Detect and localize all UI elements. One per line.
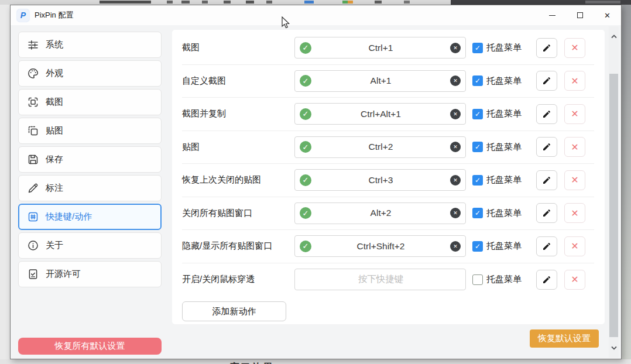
clear-hotkey-icon[interactable]: ✕ <box>450 208 461 218</box>
hotkey-input[interactable]: ✓ Ctrl+1 ✕ <box>294 37 466 59</box>
hotkey-row: 截图并复制 ✓ Ctrl+Alt+1 ✕ ✓ 托盘菜单 ✕ <box>182 98 594 131</box>
sidebar-item-hotkeys[interactable]: 快捷键/动作 <box>18 204 162 230</box>
background-app-right-strip <box>622 5 631 359</box>
tray-menu-option: ✓ 托盘菜单 <box>472 75 523 87</box>
clear-hotkey-icon[interactable]: ✕ <box>450 109 461 119</box>
tray-menu-option: ✓ 托盘菜单 <box>472 208 523 219</box>
tray-menu-checkbox[interactable]: ✓ <box>472 75 483 86</box>
edit-action-button[interactable] <box>536 137 557 157</box>
restore-all-defaults-button[interactable]: 恢复所有默认设置 <box>18 338 162 355</box>
delete-action-button[interactable]: ✕ <box>564 236 585 256</box>
hotkey-value: Ctrl+2 <box>311 142 450 152</box>
maximize-button[interactable] <box>566 5 594 25</box>
pencil-icon <box>542 109 551 119</box>
sidebar-item-license[interactable]: 开源许可 <box>18 261 162 287</box>
tray-menu-option: ✓ 托盘菜单 <box>472 42 523 53</box>
hotkey-input[interactable]: ✓ Alt+2 ✕ <box>294 202 466 224</box>
tray-menu-label: 托盘菜单 <box>486 108 523 119</box>
scroll-up-button[interactable] <box>610 33 618 39</box>
sidebar: 系统 外观 截图 贴图 保存 标注 快捷键/动作 关于 开源许可 <box>18 32 162 290</box>
pencil-icon <box>542 176 551 185</box>
hotkey-valid-icon: ✓ <box>300 241 311 252</box>
edit-action-button[interactable] <box>536 38 557 58</box>
window-title: PixPin 配置 <box>35 10 73 20</box>
add-action-button[interactable]: 添加新动作 <box>182 301 286 321</box>
hotkey-input[interactable]: ✓ Alt+1 ✕ <box>294 70 466 92</box>
tray-menu-option: ✓ 托盘菜单 <box>472 241 523 252</box>
delete-action-button[interactable]: ✕ <box>564 71 585 91</box>
hotkey-row: 恢复上次关闭的贴图 ✓ Ctrl+3 ✕ ✓ 托盘菜单 ✕ <box>182 164 594 197</box>
clear-hotkey-icon[interactable]: ✕ <box>450 43 461 53</box>
close-button[interactable]: ✕ <box>594 5 621 25</box>
scroll-down-button[interactable] <box>610 345 618 351</box>
minimize-icon <box>549 15 555 16</box>
edit-action-button[interactable] <box>536 104 557 124</box>
sliders-icon <box>26 39 39 51</box>
tray-menu-checkbox[interactable]: ✓ <box>472 208 483 218</box>
hotkey-rows: 截图 ✓ Ctrl+1 ✕ ✓ 托盘菜单 ✕ 自定义截图 ✓ Alt+1 ✕ ✓… <box>182 32 594 296</box>
sidebar-item-appearance[interactable]: 外观 <box>18 60 162 87</box>
minimize-button[interactable] <box>539 5 566 25</box>
action-label: 恢复上次关闭的贴图 <box>182 174 294 186</box>
edit-action-button[interactable] <box>536 270 557 290</box>
tray-menu-checkbox[interactable] <box>472 274 483 285</box>
clear-hotkey-icon[interactable]: ✕ <box>450 75 461 86</box>
hotkey-row: 贴图 ✓ Ctrl+2 ✕ ✓ 托盘菜单 ✕ <box>182 131 594 164</box>
tray-menu-label: 托盘菜单 <box>486 208 523 219</box>
edit-action-button[interactable] <box>536 170 557 190</box>
delete-action-button[interactable]: ✕ <box>564 104 585 124</box>
tray-menu-checkbox[interactable]: ✓ <box>472 109 483 119</box>
delete-action-button[interactable]: ✕ <box>564 203 585 223</box>
restore-defaults-button[interactable]: 恢复默认设置 <box>530 329 599 348</box>
info-icon <box>26 239 39 252</box>
edit-action-button[interactable] <box>536 203 557 223</box>
edit-action-button[interactable] <box>536 71 557 91</box>
hotkey-input[interactable]: ✓ Ctrl+Shift+2 ✕ <box>294 235 466 257</box>
scrollbar-thumb[interactable] <box>609 74 618 337</box>
hotkey-valid-icon: ✓ <box>300 108 311 120</box>
sidebar-item-screenshot[interactable]: 截图 <box>18 89 162 115</box>
vertical-scrollbar[interactable] <box>609 26 619 358</box>
hotkey-input[interactable]: ✓ Ctrl+3 ✕ <box>294 169 466 191</box>
tray-menu-label: 托盘菜单 <box>486 274 523 285</box>
action-label: 截图 <box>182 42 294 53</box>
palette-icon <box>26 67 39 80</box>
delete-action-button[interactable]: ✕ <box>564 170 585 190</box>
sidebar-item-about[interactable]: 关于 <box>18 232 162 259</box>
tray-menu-checkbox[interactable]: ✓ <box>472 175 483 186</box>
delete-action-button[interactable]: ✕ <box>564 270 585 290</box>
hotkey-value: 按下快捷键 <box>311 273 450 286</box>
tray-menu-checkbox[interactable]: ✓ <box>472 43 483 53</box>
hotkey-input[interactable]: ✓ Ctrl+Alt+1 ✕ <box>294 103 466 125</box>
chevron-up-icon <box>611 35 617 39</box>
delete-x-icon: ✕ <box>571 174 578 186</box>
hotkey-input[interactable]: ✓ 按下快捷键 ✕ <box>294 269 466 290</box>
tray-menu-option: ✓ 托盘菜单 <box>472 108 523 119</box>
action-label: 贴图 <box>182 142 294 153</box>
pencil-icon <box>542 208 551 218</box>
tray-menu-checkbox[interactable]: ✓ <box>472 241 483 252</box>
hotkey-input[interactable]: ✓ Ctrl+2 ✕ <box>294 136 466 158</box>
clear-hotkey-icon[interactable]: ✕ <box>450 175 461 186</box>
delete-action-button[interactable]: ✕ <box>564 38 585 58</box>
hotkey-value: Alt+2 <box>311 208 450 218</box>
sidebar-item-annotate[interactable]: 标注 <box>18 175 162 201</box>
hotkey-value: Ctrl+Alt+1 <box>311 109 450 119</box>
edit-action-button[interactable] <box>536 236 557 256</box>
clear-hotkey-icon[interactable]: ✕ <box>450 241 461 252</box>
hotkey-valid-icon: ✓ <box>300 207 311 219</box>
titlebar: P PixPin 配置 ✕ <box>11 5 621 25</box>
sidebar-item-save[interactable]: 保存 <box>18 146 162 173</box>
delete-action-button[interactable]: ✕ <box>564 137 585 157</box>
hotkey-row: 截图 ✓ Ctrl+1 ✕ ✓ 托盘菜单 ✕ <box>182 32 594 65</box>
save-icon <box>26 153 39 166</box>
delete-x-icon: ✕ <box>571 274 578 285</box>
sidebar-item-pin-image[interactable]: 贴图 <box>18 118 162 144</box>
tray-menu-checkbox[interactable]: ✓ <box>472 142 483 152</box>
sidebar-item-system[interactable]: 系统 <box>18 32 162 58</box>
action-label: 关闭所有贴图窗口 <box>182 208 294 219</box>
add-action-row: 添加新动作 <box>182 296 594 321</box>
hotkey-valid-icon: ✓ <box>300 141 311 153</box>
clear-hotkey-icon[interactable]: ✕ <box>450 142 461 152</box>
pixpin-logo-icon: P <box>17 9 29 22</box>
